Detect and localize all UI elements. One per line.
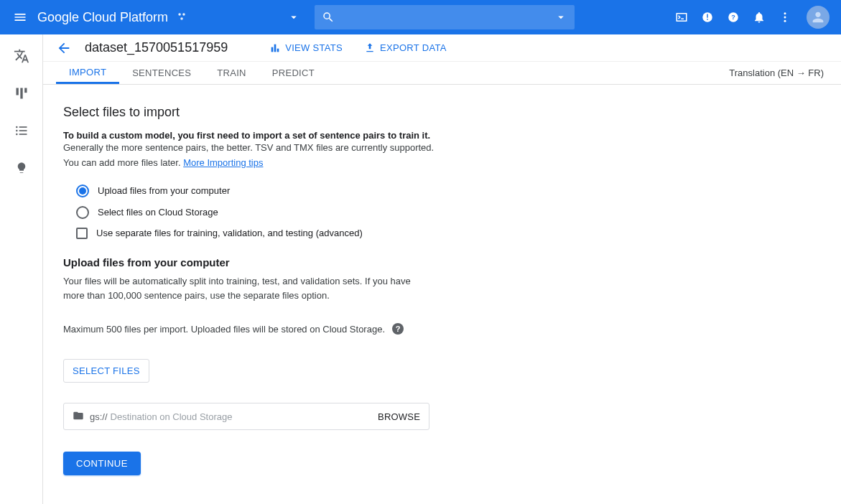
svg-rect-15 [19,126,27,128]
tab-import[interactable]: IMPORT [56,62,119,84]
select-files-button[interactable]: SELECT FILES [63,359,149,383]
search-icon [322,11,335,24]
alert-icon [701,11,714,24]
bar-chart-icon [269,42,281,54]
search-scope-caret-icon[interactable] [554,11,567,24]
view-stats-button[interactable]: VIEW STATS [269,42,343,54]
page-header: dataset_1570051517959 VIEW STATS EXPORT … [43,34,841,62]
dashboard-icon [14,86,29,101]
svg-point-18 [16,134,18,136]
svg-rect-21 [274,44,277,52]
gs-prefix: gs:// [90,411,108,422]
lightbulb-icon [15,162,28,174]
product-glyph-icon [177,11,187,24]
notifications-button[interactable] [752,10,766,24]
back-button[interactable] [56,40,72,56]
tabs-row: IMPORT SENTENCES TRAIN PREDICT Translati… [43,62,841,85]
more-tips-link[interactable]: More Importing tips [183,157,263,168]
account-avatar[interactable] [807,6,830,29]
bell-icon [753,11,766,24]
brand-title: Google Cloud Platform [37,10,168,25]
subsection-heading: Upload files from your computer [63,256,575,269]
svg-point-9 [784,17,786,19]
content-area: Select files to import To build a custom… [43,85,575,504]
rail-item-ideas[interactable] [13,159,30,177]
topbar-actions: ? [674,6,835,29]
intro-p2-prefix: You can add more files later. [63,157,183,168]
svg-point-0 [178,13,181,16]
tab-sentences[interactable]: SENTENCES [119,62,204,84]
svg-rect-12 [20,88,22,99]
svg-point-14 [16,126,18,129]
view-stats-label: VIEW STATS [285,42,343,53]
radio-unselected-icon [76,206,89,219]
intro-bold-text: To build a custom model, you first need … [63,130,575,141]
caret-down-icon [287,11,300,24]
more-vert-icon [779,11,791,24]
language-pair-badge: Translation (EN → FR) [729,62,824,84]
browse-button[interactable]: BROWSE [378,411,420,422]
help-icon: ? [727,11,740,24]
max-files-note-row: Maximum 500 files per import. Uploaded f… [63,323,575,335]
page-title: dataset_1570051517959 [85,40,228,55]
hamburger-menu-button[interactable] [6,10,34,24]
checkbox-unchecked-icon [76,228,88,239]
list-icon [14,123,29,138]
arrow-back-icon [56,40,72,56]
svg-text:?: ? [731,14,735,21]
help-button[interactable]: ? [726,10,740,24]
svg-rect-20 [271,47,274,52]
option-upload-local[interactable]: Upload files from your computer [76,185,575,197]
source-options: Upload files from your computer Select f… [76,185,575,219]
export-data-button[interactable]: EXPORT DATA [364,42,447,54]
svg-rect-22 [277,48,279,52]
svg-rect-19 [19,134,27,135]
search-input[interactable] [342,11,567,23]
option-separate-label: Use separate files for training, validat… [96,228,363,238]
intro-paragraph-2: You can add more files later. More Impor… [63,156,575,170]
svg-point-8 [784,12,786,14]
svg-rect-17 [19,130,27,131]
option-cloud-storage[interactable]: Select files on Cloud Storage [76,206,575,219]
destination-input-row: gs:// BROWSE [63,403,429,430]
cloud-shell-button[interactable] [674,10,689,24]
header-actions: VIEW STATS EXPORT DATA [269,42,446,54]
translate-icon [14,48,29,64]
split-explanation: Your files will be automatically split i… [63,274,422,303]
menu-icon [13,10,27,24]
left-nav-rail [0,34,43,504]
svg-point-2 [180,17,183,20]
svg-point-10 [784,20,786,22]
tab-predict[interactable]: PREDICT [259,62,327,84]
rail-item-dashboard[interactable] [13,85,30,102]
svg-rect-11 [16,88,18,95]
intro-paragraph-1: Generally the more sentence pairs, the b… [63,141,575,155]
more-button[interactable] [778,10,792,24]
person-icon [810,9,826,25]
option-cloud-label: Select files on Cloud Storage [98,207,218,218]
search-bar[interactable] [315,5,575,29]
rail-item-translation[interactable] [13,47,30,65]
rail-item-list[interactable] [13,122,30,139]
project-selector-dropdown[interactable] [287,11,300,24]
option-upload-label: Upload files from your computer [98,185,230,196]
svg-rect-13 [24,88,27,93]
continue-button[interactable]: CONTINUE [63,452,141,475]
export-icon [364,42,376,54]
option-separate-files[interactable]: Use separate files for training, validat… [76,228,575,239]
svg-rect-4 [707,14,708,18]
main-panel: dataset_1570051517959 VIEW STATS EXPORT … [43,34,841,504]
tab-train[interactable]: TRAIN [204,62,259,84]
svg-point-1 [182,13,185,16]
top-app-bar: Google Cloud Platform ? [0,0,841,34]
help-tooltip-icon[interactable]: ? [392,323,404,335]
svg-rect-5 [707,19,708,20]
radio-selected-icon [76,185,89,197]
alert-button[interactable] [700,10,715,24]
svg-point-16 [16,130,18,132]
folder-icon [73,410,84,424]
destination-input[interactable] [111,411,378,422]
section-heading: Select files to import [63,105,575,120]
max-files-note: Maximum 500 files per import. Uploaded f… [63,324,385,335]
cloud-shell-icon [675,11,688,24]
